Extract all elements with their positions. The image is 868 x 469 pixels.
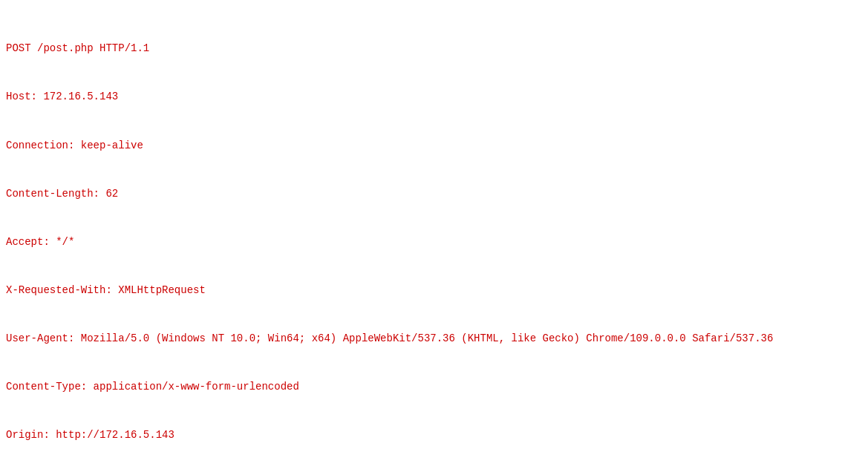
request-line-1: POST /post.php HTTP/1.1 <box>6 41 856 57</box>
request-line-9: Origin: http://172.16.5.143 <box>6 427 856 444</box>
request-line-3: Connection: keep-alive <box>6 138 856 154</box>
main-container: POST /post.php HTTP/1.1 Host: 172.16.5.1… <box>0 0 868 469</box>
request-line-6: X-Requested-With: XMLHttpRequest <box>6 283 856 299</box>
request-line-7: User-Agent: Mozilla/5.0 (Windows NT 10.0… <box>6 331 856 347</box>
request-line-4: Content-Length: 62 <box>6 186 856 203</box>
request-line-8: Content-Type: application/x-www-form-url… <box>6 379 856 396</box>
request-line-5: Accept: */* <box>6 234 856 251</box>
request-line-2: Host: 172.16.5.143 <box>6 89 856 105</box>
code-block: POST /post.php HTTP/1.1 Host: 172.16.5.1… <box>6 9 856 469</box>
